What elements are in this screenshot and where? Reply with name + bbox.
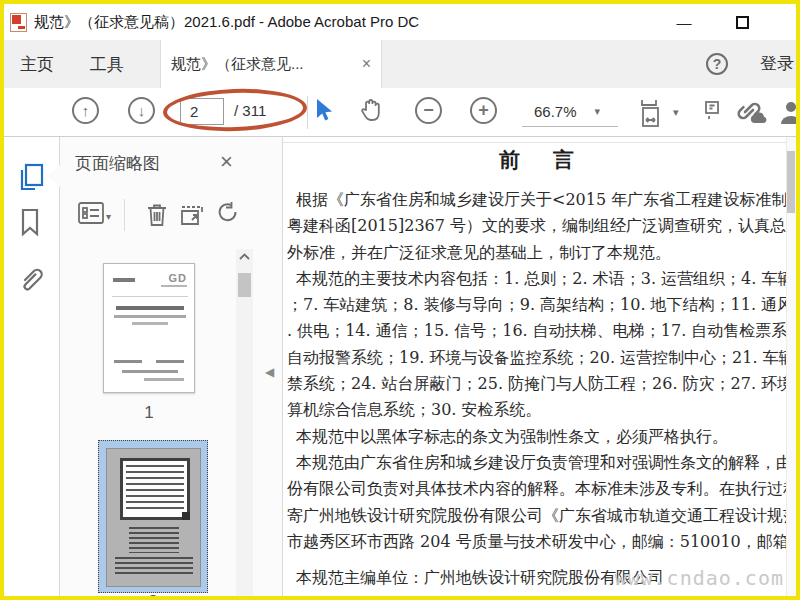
thumbnail-page-1[interactable]: GD: [103, 263, 195, 393]
window-title: 规范》（征求意见稿）2021.6.pdf - Adobe Acrobat Pro…: [34, 13, 419, 32]
help-button[interactable]: ?: [706, 53, 728, 75]
document-line: 寄广州地铁设计研究院股份有限公司《广东省城市轨道交通工程设计规范》管理组（地址: [287, 503, 796, 529]
zoom-in-button[interactable]: +: [470, 97, 497, 124]
document-line: 本规范由广东省住房和城乡建设厅负责管理和对强调性条文的解释，由广州地铁设计研: [287, 450, 796, 476]
tab-tools[interactable]: 工具: [82, 40, 132, 88]
thumbnails-panel: 页面缩略图 × ▾: [60, 137, 283, 596]
note-icon: [704, 100, 720, 120]
account-button[interactable]: [779, 100, 800, 126]
cursor-arrow-icon: [314, 98, 334, 124]
link-cloud-icon: [733, 99, 767, 125]
content-area: 页面缩略图 × ▾: [4, 137, 796, 596]
person-icon: [779, 100, 800, 126]
pages-icon: [17, 162, 47, 192]
view-rectangle-handle[interactable]: [182, 512, 190, 520]
document-line: 市越秀区环市西路 204 号质量与技术研发中心，邮编：510010，邮箱：wei…: [287, 529, 796, 555]
tab-home[interactable]: 主页: [12, 40, 62, 88]
attachments-rail-button[interactable]: [17, 265, 47, 297]
share-link-button[interactable]: [733, 99, 767, 125]
thumbnail-1-label: 1: [103, 403, 195, 423]
minimize-button[interactable]: —: [664, 4, 704, 40]
selection-tool-button[interactable]: [314, 98, 334, 124]
bookmarks-rail-button[interactable]: [17, 207, 43, 237]
rotate-icon: [215, 201, 239, 229]
thumb2-view-rectangle[interactable]: [120, 458, 190, 520]
thumb2-page: [106, 448, 201, 587]
login-button[interactable]: 登录: [760, 52, 794, 75]
previous-page-button[interactable]: ↑: [72, 97, 99, 124]
options-chevron-icon[interactable]: ▾: [106, 211, 111, 222]
notes-panel-button[interactable]: [704, 100, 720, 120]
help-icon: ?: [713, 56, 722, 72]
page-total-label: / 311: [234, 102, 266, 119]
panel-toolbar: ▾: [60, 197, 282, 235]
panel-scrollbar[interactable]: [236, 249, 253, 596]
zoom-level-value: 66.7%: [534, 103, 577, 120]
thumbnail-2-label: 2: [98, 592, 208, 600]
minus-icon: −: [423, 100, 434, 121]
tab-document-label: 规范》（征求意见...: [171, 55, 356, 74]
tab-document[interactable]: 规范》（征求意见... ×: [160, 40, 382, 88]
document-line: 算机综合信息系统；30. 安检系统。: [287, 397, 796, 423]
options-list-icon: [77, 201, 105, 225]
acrobat-window: 规范》（征求意见稿）2021.6.pdf - Adobe Acrobat Pro…: [0, 0, 800, 600]
maximize-button[interactable]: [722, 4, 762, 40]
crop-pages-button[interactable]: [179, 201, 209, 229]
thumb1-gd-logo: GD: [169, 272, 188, 284]
document-heading: 前 言: [283, 146, 796, 174]
document-line: . 供电；14. 通信；15. 信号；16. 自动扶梯、电梯；17. 自动售检票…: [287, 318, 796, 344]
thumb1-logo-underline: [161, 285, 187, 287]
bookmark-icon: [17, 207, 43, 237]
panel-title: 页面缩略图: [75, 152, 160, 175]
collapse-panel-icon[interactable]: ◀: [265, 365, 274, 379]
document-scrollbar[interactable]: [786, 137, 796, 596]
crop-icon: [179, 201, 209, 229]
document-view[interactable]: 前 言 根据《广东省住房和城乡建设厅关于<2015 年广东省工程建设标准制订和修…: [283, 137, 796, 596]
tab-bar: 主页 工具 规范》（征求意见... × ? 登录: [4, 40, 796, 88]
document-text: 根据《广东省住房和城乡建设厅关于<2015 年广东省工程建设标准制订和修订计划>…: [287, 187, 796, 591]
fit-width-button[interactable]: [638, 97, 668, 129]
fit-width-icon: [638, 97, 668, 129]
zoom-level-dropdown[interactable]: 66.7% ▾: [522, 97, 618, 127]
thumbnail-options-button[interactable]: [77, 201, 105, 225]
trash-icon: [144, 201, 170, 229]
page-thumbnails-rail-button[interactable]: [17, 162, 47, 192]
hand-tool-button[interactable]: [358, 97, 384, 125]
minimize-icon: —: [677, 14, 692, 31]
down-arrow-icon: ↓: [138, 102, 146, 119]
watermark: www.cndao.com: [614, 566, 784, 590]
thumb1-header-bar: [113, 278, 135, 282]
tab-close-icon[interactable]: ×: [362, 55, 371, 73]
navigation-rail: [4, 137, 60, 596]
plus-icon: +: [478, 100, 489, 121]
active-panel-notch: [48, 165, 60, 187]
document-scrollbar-thumb[interactable]: [787, 151, 795, 213]
delete-pages-button[interactable]: [144, 201, 170, 229]
maximize-icon: [736, 16, 749, 29]
paperclip-icon: [17, 265, 47, 297]
chevron-down-icon: ▾: [595, 105, 601, 118]
document-line: 粤建科函[2015]2367 号）文的要求，编制组经广泛调查研究，认真总结实践经…: [287, 213, 796, 239]
next-page-button[interactable]: ↓: [128, 97, 155, 124]
thumbnail-page-2-selected[interactable]: [98, 440, 208, 593]
panel-close-button[interactable]: ×: [220, 149, 233, 175]
document-line: 本规范的主要技术内容包括：1. 总则；2. 术语；3. 运营组织；4. 车辆、限…: [287, 266, 796, 292]
scroll-up-icon[interactable]: [239, 253, 250, 260]
title-bar: 规范》（征求意见稿）2021.6.pdf - Adobe Acrobat Pro…: [4, 4, 796, 40]
document-line: 份有限公司负责对具体技术内容的解释。本标准未涉及专利。在执行过程中，如有意见或: [287, 476, 796, 502]
page-number-input[interactable]: 2: [180, 98, 224, 125]
acrobat-app-icon: [10, 13, 27, 32]
toolbar-separator: [307, 96, 308, 129]
up-arrow-icon: ↑: [82, 102, 90, 119]
document-line: 外标准，并在广泛征求意见的基础上，制订了本规范。: [287, 240, 796, 266]
document-line: ；7. 车站建筑；8. 装修与导向；9. 高架结构；10. 地下结构；11. 通…: [287, 292, 796, 318]
toolbar: ↑ ↓ 2 / 311 − + 66.7% ▾: [4, 88, 796, 137]
fit-width-chevron-icon[interactable]: ▾: [673, 106, 679, 119]
document-line: 禁系统；24. 站台屏蔽门；25. 防掩门与人防工程；26. 防灾；27. 环境…: [287, 371, 796, 397]
document-line: 根据《广东省住房和城乡建设厅关于<2015 年广东省工程建设标准制订和修订计划>…: [287, 187, 796, 213]
panel-scrollbar-thumb[interactable]: [238, 273, 251, 297]
document-line: 自动报警系统；19. 环境与设备监控系统；20. 运营控制中心；21. 车辆基地…: [287, 345, 796, 371]
page-top-edge: [283, 142, 796, 143]
zoom-out-button[interactable]: −: [415, 97, 442, 124]
rotate-page-button[interactable]: [215, 201, 239, 229]
